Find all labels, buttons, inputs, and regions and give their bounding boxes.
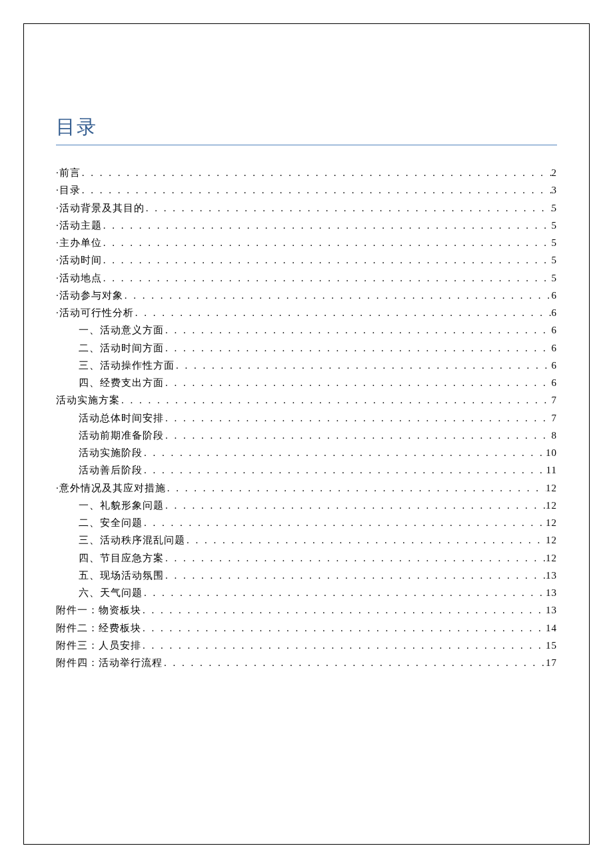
- toc-dot-leader: [164, 567, 546, 584]
- toc-entry: 附件三：人员安排15: [56, 637, 557, 654]
- toc-entry-label: ·活动参与对象: [56, 287, 123, 304]
- toc-dot-leader: [164, 339, 552, 357]
- toc-entry-label: 二、活动时间方面: [79, 339, 164, 357]
- toc-dot-leader: [120, 391, 552, 409]
- toc-entry: 四、经费支出方面6: [56, 374, 557, 391]
- toc-entry-label: 活动前期准备阶段: [79, 427, 164, 444]
- toc-entry: 附件一：物资板块13: [56, 601, 557, 619]
- toc-entry-label: 附件一：物资板块: [56, 601, 141, 619]
- toc-entry-page: 13: [546, 584, 557, 601]
- toc-dot-leader: [145, 199, 552, 217]
- toc-entry-page: 5: [552, 269, 558, 287]
- toc-entry-label: 附件三：人员安排: [56, 637, 141, 654]
- toc-entry-label: ·活动可行性分析: [56, 304, 134, 321]
- toc-dot-leader: [102, 217, 552, 234]
- toc-dot-leader: [81, 181, 552, 199]
- toc-entry: ·活动背景及其目的5: [56, 199, 557, 217]
- toc-dot-leader: [81, 164, 552, 181]
- toc-entry-page: 15: [546, 637, 557, 654]
- toc-entry: 三、活动秩序混乱问题12: [56, 531, 557, 549]
- toc-entry-page: 5: [552, 217, 558, 234]
- toc-entry-label: 一、活动意义方面: [79, 321, 164, 339]
- toc-dot-leader: [123, 287, 552, 304]
- toc-entry: 活动前期准备阶段8: [56, 427, 557, 444]
- toc-dot-leader: [143, 444, 546, 461]
- document-page: 目录 ·前言2·目录3·活动背景及其目的5·活动主题5·主办单位5·活动时间5·…: [23, 23, 590, 845]
- toc-entry: ·主办单位5: [56, 234, 557, 251]
- toc-entry-label: 四、经费支出方面: [79, 374, 164, 391]
- toc-entry: 活动实施方案7: [56, 391, 557, 409]
- toc-entry-label: 四、节目应急方案: [79, 549, 164, 567]
- toc-entry: 六、天气问题13: [56, 584, 557, 601]
- toc-entry: ·活动可行性分析6: [56, 304, 557, 321]
- toc-dot-leader: [185, 531, 546, 549]
- toc-dot-leader: [164, 427, 552, 444]
- toc-entry-label: 二、安全问题: [79, 514, 143, 531]
- toc-title: 目录: [56, 114, 557, 141]
- toc-entry-label: ·前言: [56, 164, 81, 181]
- toc-entry-page: 5: [552, 234, 558, 251]
- toc-entry-label: 活动实施方案: [56, 391, 120, 409]
- toc-entry-label: ·主办单位: [56, 234, 102, 251]
- toc-entry: ·意外情况及其应对措施12: [56, 479, 557, 497]
- toc-entry: ·活动时间5: [56, 251, 557, 269]
- toc-entry-page: 5: [552, 251, 558, 269]
- toc-entry-page: 8: [552, 427, 558, 444]
- toc-entry-page: 17: [546, 654, 557, 671]
- toc-entry: 二、活动时间方面6: [56, 339, 557, 357]
- toc-entry-label: 一、礼貌形象问题: [79, 497, 164, 514]
- toc-entry-page: 6: [552, 374, 558, 391]
- toc-entry-label: 三、活动秩序混乱问题: [79, 531, 185, 549]
- toc-entry-page: 6: [552, 357, 558, 374]
- toc-dot-leader: [164, 321, 552, 339]
- toc-entry-page: 5: [552, 199, 558, 217]
- toc-entry: 附件二：经费板块14: [56, 619, 557, 637]
- toc-dot-leader: [102, 234, 552, 251]
- toc-dot-leader: [143, 514, 546, 531]
- toc-entry-page: 7: [552, 409, 558, 427]
- toc-entry-label: 三、活动操作性方面: [79, 357, 175, 374]
- toc-entry: 活动总体时间安排7: [56, 409, 557, 427]
- toc-entry-page: 12: [546, 549, 557, 567]
- toc-entry: 附件四：活动举行流程17: [56, 654, 557, 671]
- toc-dot-leader: [175, 357, 552, 374]
- toc-entry-label: 活动善后阶段: [79, 461, 143, 479]
- table-of-contents: ·前言2·目录3·活动背景及其目的5·活动主题5·主办单位5·活动时间5·活动地…: [56, 164, 557, 671]
- toc-dot-leader: [141, 619, 546, 637]
- toc-dot-leader: [141, 637, 546, 654]
- toc-dot-leader: [166, 479, 546, 497]
- toc-dot-leader: [164, 409, 552, 427]
- toc-entry-label: 六、天气问题: [79, 584, 143, 601]
- toc-dot-leader: [141, 601, 546, 619]
- toc-dot-leader: [164, 374, 552, 391]
- toc-dot-leader: [102, 269, 552, 287]
- toc-dot-leader: [143, 461, 546, 479]
- toc-entry-page: 2: [552, 164, 558, 181]
- toc-dot-leader: [164, 497, 546, 514]
- toc-entry-page: 3: [552, 181, 558, 199]
- toc-dot-leader: [102, 251, 552, 269]
- toc-entry: 活动实施阶段10: [56, 444, 557, 461]
- toc-entry: 二、安全问题12: [56, 514, 557, 531]
- toc-entry-label: ·活动主题: [56, 217, 102, 234]
- toc-entry-page: 14: [546, 619, 557, 637]
- toc-entry-page: 13: [546, 601, 557, 619]
- toc-entry: ·目录3: [56, 181, 557, 199]
- toc-entry-page: 12: [546, 497, 557, 514]
- toc-entry: 四、节目应急方案12: [56, 549, 557, 567]
- toc-dot-leader: [163, 654, 546, 671]
- toc-entry: 五、现场活动氛围13: [56, 567, 557, 584]
- toc-dot-leader: [134, 304, 552, 321]
- toc-entry-page: 12: [546, 479, 557, 497]
- toc-entry-label: ·目录: [56, 181, 81, 199]
- toc-entry-page: 13: [546, 567, 557, 584]
- toc-entry-label: 附件四：活动举行流程: [56, 654, 163, 671]
- toc-entry: 活动善后阶段11: [56, 461, 557, 479]
- toc-entry-label: 活动实施阶段: [79, 444, 143, 461]
- toc-entry: ·活动主题5: [56, 217, 557, 234]
- toc-entry-label: 活动总体时间安排: [79, 409, 164, 427]
- toc-entry-page: 11: [546, 461, 557, 479]
- toc-entry-page: 6: [552, 287, 558, 304]
- toc-entry: ·活动地点5: [56, 269, 557, 287]
- toc-entry: 一、活动意义方面6: [56, 321, 557, 339]
